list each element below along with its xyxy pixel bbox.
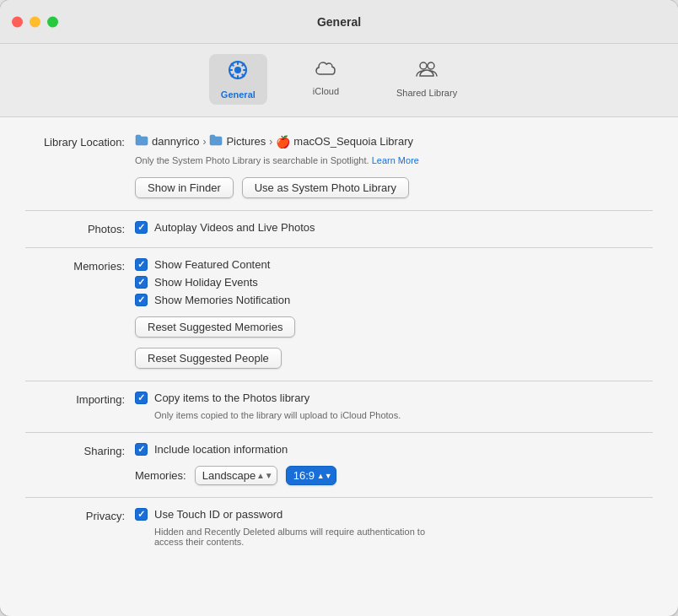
- divider-4: [25, 432, 653, 433]
- toolbar: General iCloud Shared Libr: [0, 44, 678, 117]
- library-note: Only the System Photo Library is searcha…: [135, 155, 653, 165]
- photos-section: Photos: ✓ Autoplay Videos and Live Photo…: [25, 221, 653, 235]
- ratio-select[interactable]: 16:9 4:3 1:1: [286, 466, 336, 485]
- privacy-section: Privacy: ✓ Use Touch ID or password Hidd…: [25, 508, 653, 547]
- tab-icloud-label: iCloud: [313, 86, 339, 96]
- checkmark-holiday: ✓: [137, 278, 145, 287]
- sharing-section: Sharing: ✓ Include location information …: [25, 443, 653, 485]
- privacy-content: ✓ Use Touch ID or password Hidden and Re…: [135, 508, 653, 547]
- path-arrow-1: ›: [202, 136, 206, 148]
- autoplay-checkbox[interactable]: ✓: [135, 221, 148, 234]
- privacy-label: Privacy:: [25, 508, 135, 522]
- copy-items-row: ✓ Copy items to the Photos library: [135, 392, 653, 404]
- ratio-select-wrapper: 16:9 4:3 1:1 ▲▼: [286, 466, 336, 485]
- autoplay-row: ✓ Autoplay Videos and Live Photos: [135, 221, 653, 234]
- library-location-content: dannyrico › Pictures › 🍎 macOS_Sequoia L…: [135, 134, 653, 198]
- path-library: macOS_Sequoia Library: [293, 135, 413, 148]
- main-window: General General: [0, 0, 678, 616]
- maximize-button[interactable]: [47, 16, 58, 27]
- divider-1: [25, 210, 653, 211]
- importing-section: Importing: ✓ Copy items to the Photos li…: [25, 392, 653, 420]
- tab-shared-library-label: Shared Library: [396, 88, 457, 98]
- include-location-row: ✓ Include location information: [135, 443, 653, 456]
- show-holiday-label: Show Holiday Events: [154, 276, 258, 289]
- folder-icon-2: [209, 134, 223, 149]
- memories-section: Memories: ✓ Show Featured Content ✓ Show…: [25, 258, 653, 369]
- checkmark-autoplay: ✓: [137, 223, 145, 232]
- show-featured-checkbox[interactable]: ✓: [135, 258, 148, 271]
- touch-id-checkbox[interactable]: ✓: [135, 508, 148, 521]
- sharing-content: ✓ Include location information Memories:…: [135, 443, 653, 485]
- library-location-section: Library Location: dannyrico ›: [25, 134, 653, 198]
- show-holiday-row: ✓ Show Holiday Events: [135, 276, 653, 289]
- checkmark-copy: ✓: [137, 393, 145, 403]
- divider-3: [25, 381, 653, 381]
- memories-orientation-row: Memories: Landscape Portrait Square ▲▼ 1…: [135, 466, 653, 485]
- learn-more-link[interactable]: Learn More: [372, 155, 419, 165]
- show-notification-checkbox[interactable]: ✓: [135, 294, 148, 306]
- macos-icon: 🍎: [276, 135, 290, 149]
- memories-content: ✓ Show Featured Content ✓ Show Holiday E…: [135, 258, 653, 369]
- shared-library-icon: [414, 59, 439, 84]
- privacy-note: Hidden and Recently Deleted albums will …: [154, 527, 653, 547]
- minimize-button[interactable]: [30, 16, 40, 27]
- show-in-finder-button[interactable]: Show in Finder: [135, 177, 234, 198]
- folder-icon: [135, 134, 148, 149]
- window-title: General: [317, 15, 361, 29]
- checkmark-location: ✓: [137, 445, 145, 454]
- memories-sublabel: Memories:: [135, 469, 186, 482]
- use-as-system-button[interactable]: Use as System Photo Library: [242, 177, 409, 198]
- reset-people-button[interactable]: Reset Suggested People: [135, 348, 282, 369]
- settings-content: Library Location: dannyrico ›: [0, 117, 678, 584]
- path-arrow-2: ›: [269, 136, 272, 148]
- show-notification-label: Show Memories Notification: [154, 294, 290, 306]
- copy-items-label: Copy items to the Photos library: [154, 392, 309, 404]
- importing-note: Only items copied to the library will up…: [154, 410, 653, 420]
- importing-content: ✓ Copy items to the Photos library Only …: [135, 392, 653, 420]
- reset-memories-button[interactable]: Reset Suggested Memories: [135, 316, 295, 338]
- photos-content: ✓ Autoplay Videos and Live Photos: [135, 221, 653, 234]
- svg-point-10: [420, 62, 427, 69]
- copy-items-checkbox[interactable]: ✓: [135, 392, 148, 404]
- svg-point-0: [234, 67, 241, 73]
- path-username: dannyrico: [152, 135, 199, 148]
- path-pictures: Pictures: [226, 135, 266, 148]
- window-controls: [12, 16, 58, 27]
- divider-5: [25, 497, 653, 498]
- library-path: dannyrico › Pictures › 🍎 macOS_Sequoia L…: [135, 134, 653, 149]
- show-holiday-checkbox[interactable]: ✓: [135, 276, 148, 289]
- tab-shared-library[interactable]: Shared Library: [385, 54, 469, 105]
- tab-icloud[interactable]: iCloud: [301, 54, 351, 105]
- titlebar: General: [0, 0, 678, 44]
- library-buttons: Show in Finder Use as System Photo Libra…: [135, 177, 653, 198]
- checkmark-touch-id: ✓: [137, 510, 145, 519]
- orientation-select-wrapper: Landscape Portrait Square ▲▼: [195, 466, 277, 485]
- memories-label: Memories:: [25, 258, 135, 273]
- sharing-label: Sharing:: [25, 443, 135, 457]
- show-featured-label: Show Featured Content: [154, 258, 270, 271]
- tab-general-label: General: [221, 89, 256, 100]
- orientation-select[interactable]: Landscape Portrait Square: [195, 466, 277, 485]
- divider-2: [25, 247, 653, 248]
- touch-id-label: Use Touch ID or password: [154, 508, 282, 521]
- photos-label: Photos:: [25, 221, 135, 235]
- include-location-checkbox[interactable]: ✓: [135, 443, 148, 456]
- checkmark-featured: ✓: [137, 260, 145, 269]
- library-location-label: Library Location:: [25, 134, 135, 149]
- icloud-icon: [314, 59, 337, 83]
- include-location-label: Include location information: [154, 443, 288, 456]
- show-featured-row: ✓ Show Featured Content: [135, 258, 653, 271]
- svg-point-11: [428, 62, 434, 69]
- general-icon: [227, 59, 249, 86]
- touch-id-row: ✓ Use Touch ID or password: [135, 508, 653, 521]
- show-notification-row: ✓ Show Memories Notification: [135, 294, 653, 306]
- autoplay-label: Autoplay Videos and Live Photos: [154, 221, 315, 234]
- checkmark-notification: ✓: [137, 295, 145, 305]
- tab-general[interactable]: General: [209, 54, 267, 105]
- close-button[interactable]: [12, 16, 23, 27]
- importing-label: Importing:: [25, 392, 135, 406]
